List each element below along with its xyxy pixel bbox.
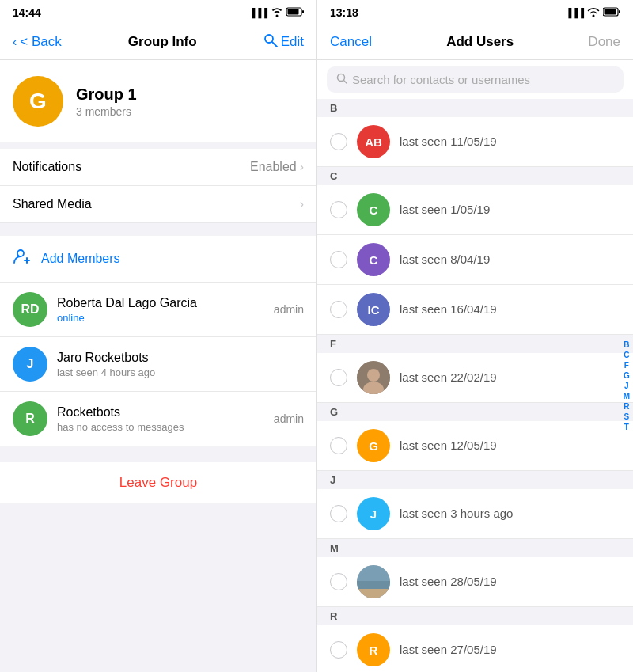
divider-1 xyxy=(0,142,316,149)
chevron-left-icon: ‹ xyxy=(13,35,17,49)
contact-lastseen: last seen 16/04/19 xyxy=(400,302,497,316)
contact-row[interactable]: last seen 28/05/19 xyxy=(317,557,633,607)
alpha-c[interactable]: C xyxy=(624,351,630,359)
contact-radio[interactable] xyxy=(330,251,347,268)
cancel-button[interactable]: Cancel xyxy=(330,34,372,50)
left-nav-bar: ‹ < Back Group Info Edit xyxy=(0,24,316,60)
contact-row[interactable]: C last seen 8/04/19 xyxy=(317,235,633,285)
contact-info: last seen 12/05/19 xyxy=(400,439,620,453)
shared-media-arrow: › xyxy=(300,197,304,211)
contact-radio[interactable] xyxy=(330,133,347,150)
contact-radio[interactable] xyxy=(330,201,347,218)
edit-label[interactable]: Edit xyxy=(281,34,304,50)
contact-lastseen: last seen 27/05/19 xyxy=(400,643,497,656)
alpha-s[interactable]: S xyxy=(624,412,630,421)
notifications-arrow: › xyxy=(300,160,304,174)
search-nav-icon xyxy=(263,33,278,51)
back-button[interactable]: ‹ < Back xyxy=(13,34,62,50)
member-row[interactable]: R Rocketbots has no access to messages a… xyxy=(0,392,316,446)
section-header-b: B xyxy=(317,99,633,117)
contact-row[interactable]: R last seen 27/05/19 xyxy=(317,625,633,672)
alpha-t[interactable]: T xyxy=(624,423,630,431)
add-users-title: Add Users xyxy=(446,34,514,50)
search-placeholder: Search for contacts or usernames xyxy=(352,73,530,86)
contact-lastseen: last seen 28/05/19 xyxy=(400,575,497,588)
contact-info: last seen 22/02/19 xyxy=(400,370,620,385)
member-name: Rocketbots xyxy=(57,405,264,420)
member-role: admin xyxy=(274,303,304,316)
contact-row[interactable]: C last seen 1/05/19 xyxy=(317,185,633,235)
alpha-r[interactable]: R xyxy=(624,402,630,411)
svg-rect-10 xyxy=(605,9,616,15)
svg-rect-1 xyxy=(288,9,299,15)
notifications-label: Notifications xyxy=(13,160,81,174)
notifications-status: Enabled xyxy=(250,160,297,174)
alpha-g[interactable]: G xyxy=(624,371,630,380)
member-status: online xyxy=(57,312,264,324)
notifications-value: Enabled › xyxy=(250,160,304,174)
contact-lastseen: last seen 8/04/19 xyxy=(400,252,490,266)
contact-radio[interactable] xyxy=(330,301,347,318)
back-label[interactable]: < Back xyxy=(20,34,61,50)
group-header: G Group 1 3 members xyxy=(0,60,316,142)
notifications-row[interactable]: Notifications Enabled › xyxy=(0,149,316,186)
contact-row[interactable]: G last seen 12/05/19 xyxy=(317,421,633,471)
section-header-m: M xyxy=(317,539,633,557)
leave-group-button[interactable]: Leave Group xyxy=(119,475,197,491)
contact-info: last seen 3 hours ago xyxy=(400,507,620,521)
alpha-f[interactable]: F xyxy=(624,361,630,370)
right-signal-icon: ▐▐▐ xyxy=(566,8,584,17)
contact-lastseen: last seen 22/02/19 xyxy=(400,370,497,384)
contact-row[interactable]: AB last seen 11/05/19 xyxy=(317,117,633,167)
alpha-b[interactable]: B xyxy=(624,340,630,349)
contact-row[interactable]: last seen 22/02/19 xyxy=(317,353,633,403)
shared-media-label: Shared Media xyxy=(13,197,92,211)
edit-button[interactable]: Edit xyxy=(263,33,304,51)
page-title: Group Info xyxy=(128,34,197,50)
member-row[interactable]: J Jaro Rocketbots last seen 4 hours ago xyxy=(0,337,316,392)
shared-media-row[interactable]: Shared Media › xyxy=(0,186,316,223)
add-members-label[interactable]: Add Members xyxy=(41,252,120,266)
contact-row[interactable]: J last seen 3 hours ago xyxy=(317,489,633,539)
contact-info: last seen 27/05/19 xyxy=(400,643,620,657)
right-nav-bar: Cancel Add Users Done xyxy=(317,24,633,60)
contact-lastseen: last seen 11/05/19 xyxy=(400,135,497,148)
member-details: Jaro Rocketbots last seen 4 hours ago xyxy=(57,351,294,378)
group-info: Group 1 3 members xyxy=(76,85,137,118)
contact-radio[interactable] xyxy=(330,505,347,522)
contact-radio[interactable] xyxy=(330,369,347,386)
svg-rect-18 xyxy=(357,587,390,598)
svg-line-13 xyxy=(344,81,347,84)
member-row[interactable]: RD Roberta Dal Lago Garcia online admin xyxy=(0,283,316,337)
right-panel: 13:18 ▐▐▐ Cancel Add Users Done Search f… xyxy=(316,0,633,672)
contact-info: last seen 28/05/19 xyxy=(400,575,620,589)
group-members: 3 members xyxy=(76,105,137,118)
svg-rect-11 xyxy=(619,10,620,13)
alphabet-index: B C F G J M R S T xyxy=(624,340,630,431)
contact-avatar: J xyxy=(357,497,390,530)
done-button[interactable]: Done xyxy=(588,34,620,50)
contact-radio[interactable] xyxy=(330,437,347,454)
group-avatar: G xyxy=(13,76,63,127)
left-panel: 14:44 ▐▐▐ ‹ < Back Group Info Edit G xyxy=(0,0,316,672)
alpha-m[interactable]: M xyxy=(624,392,630,401)
svg-rect-2 xyxy=(302,10,304,13)
left-status-bar: 14:44 ▐▐▐ xyxy=(0,0,316,24)
left-time: 14:44 xyxy=(13,6,41,19)
right-time: 13:18 xyxy=(330,6,358,19)
member-avatar: R xyxy=(13,401,47,436)
contact-row[interactable]: IC last seen 16/04/19 xyxy=(317,285,633,335)
right-status-icons: ▐▐▐ xyxy=(566,7,620,18)
svg-point-8 xyxy=(593,15,595,17)
search-bar[interactable]: Search for contacts or usernames xyxy=(327,66,624,93)
contact-radio[interactable] xyxy=(330,641,347,659)
member-status: last seen 4 hours ago xyxy=(57,366,294,378)
contact-avatar xyxy=(357,565,390,598)
contact-avatar: C xyxy=(357,243,390,276)
svg-point-5 xyxy=(17,250,24,256)
add-members-row[interactable]: Add Members xyxy=(0,236,316,283)
contact-avatar: R xyxy=(357,633,390,666)
members-list: RD Roberta Dal Lago Garcia online admin … xyxy=(0,283,316,446)
alpha-j[interactable]: J xyxy=(624,382,630,390)
contact-radio[interactable] xyxy=(330,573,347,590)
